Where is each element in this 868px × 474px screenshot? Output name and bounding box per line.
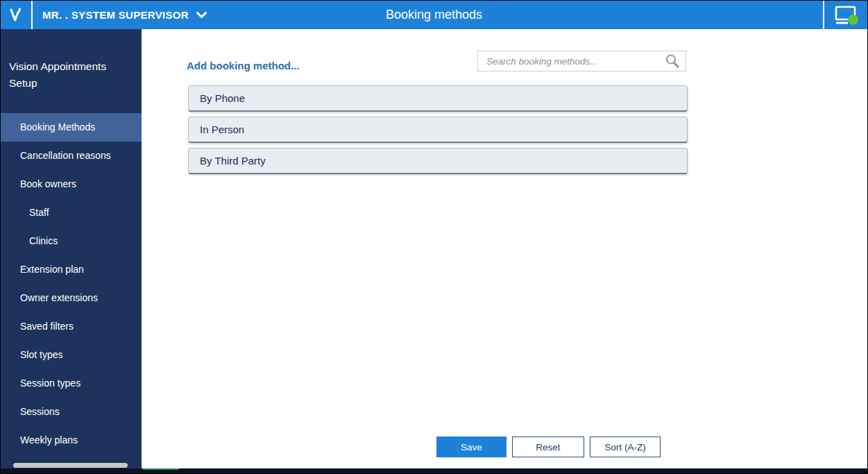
sidebar-item-sessions[interactable]: Sessions	[1, 398, 142, 426]
monitor-icon	[832, 4, 860, 26]
sidebar: Vision Appointments Setup Booking Method…	[1, 29, 142, 470]
sidebar-horizontal-scrollbar[interactable]	[13, 463, 128, 468]
page-title: Booking methods	[386, 1, 482, 29]
add-booking-method-link[interactable]: Add booking method...	[187, 60, 299, 71]
sidebar-nav: Booking Methods Cancellation reasons Boo…	[1, 113, 142, 455]
vision-logo-icon	[6, 6, 26, 25]
booking-method-item-by-third-party[interactable]: By Third Party	[188, 148, 688, 174]
sidebar-title: Vision Appointments Setup	[9, 58, 137, 92]
sidebar-item-owner-extensions[interactable]: Owner extensions	[1, 284, 142, 312]
save-button[interactable]: Save	[436, 437, 507, 457]
sidebar-item-staff[interactable]: Staff	[1, 198, 142, 227]
sidebar-item-slot-types[interactable]: Slot types	[1, 341, 142, 369]
bottom-window-strip	[1, 468, 867, 473]
taskbar-green-fragment	[143, 468, 179, 470]
footer-buttons: Save Reset Sort (A-Z)	[436, 437, 661, 457]
booking-method-item-by-phone[interactable]: By Phone	[188, 85, 688, 112]
booking-method-list: By Phone In Person By Third Party	[188, 85, 688, 179]
vision-logo[interactable]	[1, 1, 33, 29]
chevron-down-icon	[196, 12, 207, 19]
sidebar-item-book-owners[interactable]: Book owners	[1, 170, 142, 198]
session-status[interactable]	[823, 1, 867, 29]
status-green-dot	[848, 15, 858, 25]
sort-az-button[interactable]: Sort (A-Z)	[590, 437, 661, 457]
sidebar-item-cancellation-reasons[interactable]: Cancellation reasons	[1, 142, 142, 170]
user-menu-label: MR. . SYSTEM SUPERVISOR	[42, 9, 189, 21]
sidebar-item-clinics[interactable]: Clinics	[1, 227, 142, 255]
sidebar-item-weekly-plans[interactable]: Weekly plans	[1, 426, 142, 455]
main-content: Add booking method... By Phone In Person…	[142, 29, 867, 470]
sidebar-item-session-types[interactable]: Session types	[1, 369, 142, 398]
user-menu[interactable]: MR. . SYSTEM SUPERVISOR	[42, 1, 207, 29]
search-box	[477, 51, 686, 71]
sidebar-item-saved-filters[interactable]: Saved filters	[1, 312, 142, 341]
search-icon[interactable]	[664, 53, 681, 69]
app-header: MR. . SYSTEM SUPERVISOR Booking methods	[1, 1, 867, 29]
app-window: MR. . SYSTEM SUPERVISOR Booking methods …	[0, 0, 868, 474]
search-input[interactable]	[478, 51, 664, 71]
reset-button[interactable]: Reset	[512, 437, 584, 457]
sidebar-item-extension-plan[interactable]: Extension plan	[1, 255, 142, 284]
booking-method-item-in-person[interactable]: In Person	[188, 117, 688, 143]
sidebar-item-booking-methods[interactable]: Booking Methods	[1, 113, 142, 142]
